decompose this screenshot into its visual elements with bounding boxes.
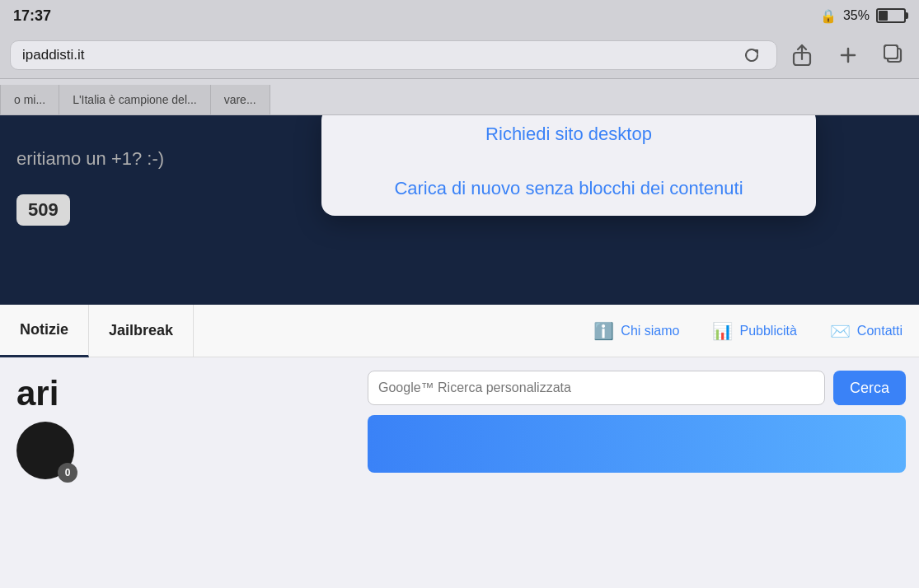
battery-percent: 35% [843,8,870,23]
battery-icon [876,8,906,23]
search-row: Cerca [368,371,906,405]
apple-badge: 0 [58,463,77,483]
bg-number: 509 [16,194,70,226]
reload-button[interactable] [738,42,765,68]
popup-item-reload-label: Carica di nuovo senza blocchi dei conten… [394,178,743,198]
tabs-bar: o mi... L'Italia è campione del... vare.… [0,79,919,115]
popup-item-desktop[interactable]: Richiedi sito desktop [321,115,816,161]
url-bar[interactable]: ipaddisti.it [10,40,777,70]
popup-item-desktop-label: Richiedi sito desktop [485,124,652,144]
browser-actions [787,40,909,70]
svg-rect-5 [884,45,898,58]
tab-item-3[interactable]: vare... [211,85,270,114]
nav-chi-siamo-label: Chi siamo [621,324,679,338]
chart-icon: 📊 [712,321,733,341]
status-bar: 17:37 🔒 35% [0,0,919,31]
info-icon: ℹ️ [593,321,614,341]
status-time: 17:37 [13,7,51,25]
add-tab-button[interactable] [833,40,863,70]
nav-bar: Notizie Jailbreak ℹ️ Chi siamo 📊 Pubblic… [0,305,919,357]
bottom-title: ari [16,374,338,413]
nav-pubblicita-label: Pubblicità [739,324,796,338]
bg-text-area: eritiamo un +1? :-) 509 [0,148,181,226]
nav-notizie[interactable]: Notizie [0,305,89,357]
bottom-left: ari 0 [0,357,354,588]
battery-fill [879,11,888,21]
search-input[interactable] [368,371,825,405]
nav-contatti[interactable]: ✉️ Contatti [814,321,919,341]
apple-logo-container: 0 [16,422,338,479]
tab-item-2[interactable]: L'Italia è campione del... [59,85,211,114]
nav-chi-siamo[interactable]: ℹ️ Chi siamo [577,321,696,341]
nav-pubblicita[interactable]: 📊 Pubblicità [696,321,813,341]
bottom-right: Cerca [354,357,919,588]
bg-subtitle: eritiamo un +1? :-) [16,148,164,170]
tabs-button[interactable] [879,40,909,70]
lock-icon: 🔒 [820,8,837,24]
apple-logo: 0 [16,422,74,479]
popup-item-reload[interactable]: Carica di nuovo senza blocchi dei conten… [321,161,816,216]
tab-item-1[interactable]: o mi... [0,85,59,114]
bottom-content: ari 0 Cerca [0,357,919,588]
main-content: eritiamo un +1? :-) 509 Richiedi sito de… [0,115,919,588]
dark-section: eritiamo un +1? :-) 509 Richiedi sito de… [0,115,919,305]
share-button[interactable] [787,40,817,70]
search-button[interactable]: Cerca [833,371,906,405]
status-right: 🔒 35% [820,8,906,24]
nav-contatti-label: Contatti [857,324,903,338]
banner-ad [368,415,906,473]
nav-jailbreak[interactable]: Jailbreak [89,305,194,357]
popup-dropdown: Richiedi sito desktop Carica di nuovo se… [321,115,816,216]
browser-chrome: ipaddisti.it [0,31,919,79]
mail-icon: ✉️ [830,321,851,341]
url-text: ipaddisti.it [22,47,738,63]
